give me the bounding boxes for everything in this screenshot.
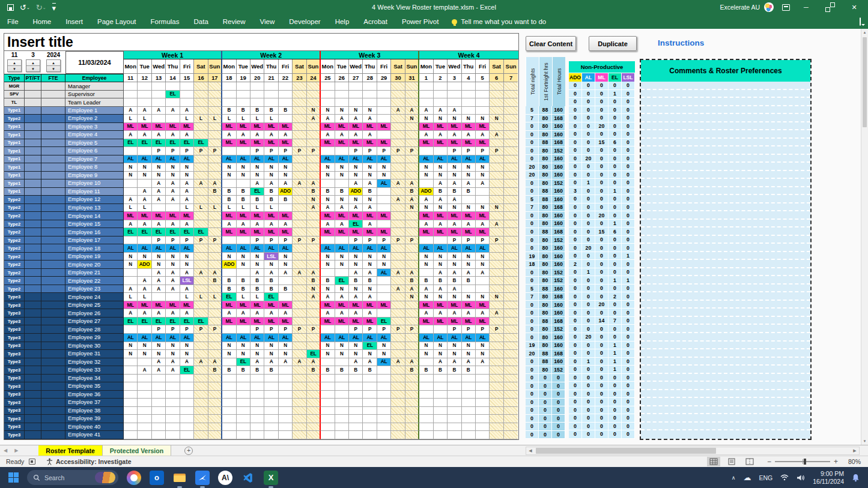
shift-cell[interactable] — [476, 382, 490, 391]
total-cell[interactable]: 80 — [539, 147, 552, 155]
shift-cell[interactable]: EL — [222, 293, 236, 301]
shift-cell[interactable] — [250, 399, 264, 407]
shift-cell[interactable] — [208, 196, 222, 204]
shift-cell[interactable] — [391, 244, 405, 253]
shift-cell[interactable] — [194, 107, 208, 115]
new-sheet-icon[interactable]: + — [184, 447, 193, 455]
shift-cell[interactable]: A — [391, 196, 405, 204]
np-cell[interactable]: 0 — [609, 414, 622, 423]
np-cell[interactable]: 14 — [595, 317, 609, 325]
shift-cell[interactable]: ML — [237, 301, 250, 310]
shift-cell[interactable] — [434, 431, 448, 439]
shift-cell[interactable]: N — [279, 350, 293, 358]
shift-cell[interactable]: ML — [124, 301, 138, 310]
ptft-cell[interactable] — [25, 123, 41, 131]
np-cell[interactable]: 0 — [595, 268, 609, 277]
shift-cell[interactable]: ML — [321, 228, 335, 236]
shift-cell[interactable]: A — [138, 366, 151, 375]
shift-cell[interactable] — [391, 172, 405, 180]
np-cell[interactable]: 0 — [622, 122, 635, 131]
shift-cell[interactable]: A — [405, 358, 419, 367]
scroll-up-icon[interactable]: ▲ — [861, 29, 868, 36]
shift-cell[interactable]: A — [419, 196, 433, 204]
shift-cell[interactable] — [363, 423, 377, 432]
shift-cell[interactable]: P — [405, 236, 419, 245]
shift-cell[interactable] — [264, 98, 278, 107]
shift-cell[interactable]: AL — [335, 155, 349, 164]
start-date-cell[interactable]: 11/03/2024 — [65, 51, 124, 74]
np-cell[interactable]: 0 — [609, 333, 622, 342]
total-cell[interactable]: 0 — [526, 382, 539, 391]
employee-name-cell[interactable]: Employee 13 — [65, 204, 124, 212]
np-cell[interactable]: 0 — [569, 122, 582, 131]
shift-cell[interactable]: A — [222, 309, 236, 318]
spinner-down-icon[interactable]: ▼ — [47, 66, 60, 71]
shift-cell[interactable]: N — [462, 342, 476, 351]
np-cell[interactable]: 0 — [595, 155, 609, 163]
shift-cell[interactable]: AL — [419, 334, 433, 342]
shift-cell[interactable]: A — [166, 277, 180, 285]
shift-cell[interactable]: A — [405, 196, 419, 204]
shift-cell[interactable]: ML — [476, 318, 490, 326]
shift-cell[interactable]: A — [448, 309, 461, 318]
shift-cell[interactable]: AL — [237, 244, 250, 253]
menu-tab-view[interactable]: View — [253, 14, 282, 29]
shift-cell[interactable] — [434, 325, 448, 334]
shift-cell[interactable] — [208, 261, 222, 269]
shift-cell[interactable] — [391, 366, 405, 375]
shift-cell[interactable] — [264, 415, 278, 423]
shift-cell[interactable] — [194, 301, 208, 310]
shift-cell[interactable] — [293, 391, 306, 399]
shift-cell[interactable] — [208, 244, 222, 253]
shift-cell[interactable] — [377, 115, 391, 123]
np-cell[interactable]: 0 — [595, 244, 609, 252]
shift-cell[interactable]: P — [462, 325, 476, 334]
shift-cell[interactable]: N — [448, 115, 461, 123]
shift-cell[interactable] — [504, 350, 518, 358]
taskbar-search[interactable]: Search — [27, 470, 118, 485]
shift-cell[interactable] — [208, 415, 222, 423]
shift-cell[interactable]: N — [264, 163, 278, 172]
redo-icon[interactable]: ↻⌄ — [36, 4, 46, 11]
type-cell[interactable]: Type1 — [4, 147, 25, 155]
fte-cell[interactable] — [41, 236, 65, 245]
shift-cell[interactable] — [222, 236, 236, 245]
np-cell[interactable]: 20 — [595, 301, 609, 309]
shift-cell[interactable] — [405, 431, 419, 439]
np-cell[interactable]: 0 — [569, 244, 582, 252]
shift-cell[interactable] — [377, 293, 391, 301]
shift-cell[interactable] — [307, 261, 321, 269]
shift-cell[interactable] — [222, 82, 236, 91]
shift-cell[interactable]: A — [349, 131, 363, 139]
shift-cell[interactable] — [476, 407, 490, 415]
shift-cell[interactable] — [335, 147, 349, 155]
shift-cell[interactable] — [166, 82, 180, 91]
tray-chevron-icon[interactable]: ∧ — [732, 475, 736, 481]
shift-cell[interactable] — [293, 277, 306, 285]
shift-cell[interactable]: AL — [237, 334, 250, 342]
employee-name-cell[interactable]: Employee 4 — [65, 131, 124, 139]
np-cell[interactable]: 0 — [609, 114, 622, 122]
shift-cell[interactable]: A — [321, 293, 335, 301]
shift-cell[interactable]: L — [194, 293, 208, 301]
fte-cell[interactable] — [41, 107, 65, 115]
shift-cell[interactable]: N — [448, 293, 461, 301]
shift-cell[interactable] — [180, 407, 194, 415]
shift-cell[interactable]: N — [250, 253, 264, 261]
shift-cell[interactable]: ML — [250, 212, 264, 220]
total-cell[interactable]: 80 — [539, 261, 552, 269]
shift-cell[interactable] — [504, 285, 518, 294]
shift-cell[interactable]: AL — [264, 155, 278, 164]
shift-cell[interactable]: N — [462, 204, 476, 212]
shift-cell[interactable]: N — [335, 107, 349, 115]
shift-cell[interactable] — [307, 382, 321, 391]
shift-cell[interactable]: N — [377, 172, 391, 180]
shift-cell[interactable] — [124, 431, 138, 439]
wifi-icon[interactable] — [780, 474, 789, 481]
shift-cell[interactable]: AL — [448, 334, 461, 342]
shift-cell[interactable]: A — [222, 220, 236, 229]
shift-cell[interactable]: N — [166, 261, 180, 269]
shift-cell[interactable] — [321, 358, 335, 367]
shift-cell[interactable] — [504, 91, 518, 99]
np-cell[interactable]: 0 — [609, 382, 622, 390]
